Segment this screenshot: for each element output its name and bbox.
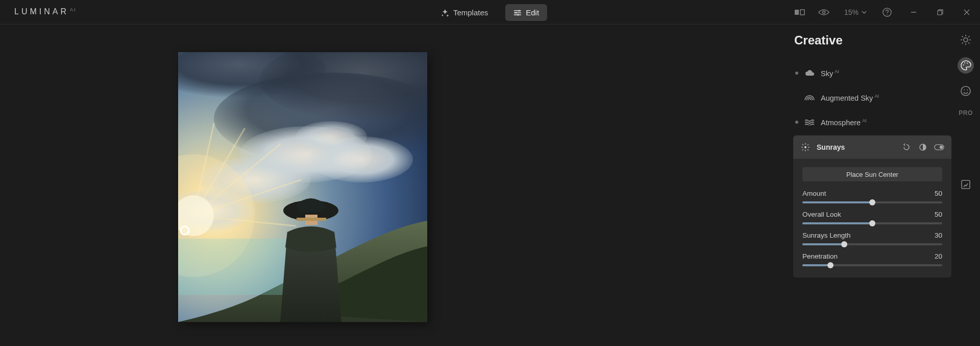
slider-sunrays-length-knob[interactable] (841, 241, 847, 247)
svg-point-8 (822, 11, 825, 14)
creative-panel: Creative SkyAI Augmented SkyAI Atmospher… (793, 25, 951, 278)
svg-line-56 (802, 144, 803, 145)
sliders-icon (513, 9, 522, 17)
eye-icon (818, 9, 829, 16)
compare-view-button[interactable] (789, 0, 811, 25)
svg-point-51 (804, 146, 806, 148)
slider-penetration-track[interactable] (802, 264, 942, 266)
edit-mode-button[interactable]: Edit (505, 4, 547, 21)
compare-icon (794, 9, 805, 16)
help-button[interactable] (874, 0, 900, 25)
sparkles-icon (441, 9, 449, 17)
svg-point-4 (516, 12, 517, 13)
svg-rect-6 (795, 10, 799, 15)
window-maximize-button[interactable] (927, 0, 953, 25)
slider-overall-look-track[interactable] (802, 222, 942, 224)
maximize-icon (937, 9, 943, 15)
svg-point-10 (887, 14, 888, 15)
slider-penetration-label: Penetration (802, 252, 838, 260)
svg-point-23 (296, 121, 367, 152)
sun-center-marker[interactable] (180, 226, 190, 236)
slider-sunrays-length-value: 30 (935, 232, 942, 239)
rail-creative-button[interactable] (958, 57, 974, 74)
rail-portrait-button[interactable] (958, 83, 974, 99)
frame-icon (961, 179, 971, 190)
zoom-dropdown[interactable]: 15% (837, 0, 874, 25)
modified-dot-icon (795, 72, 798, 75)
slider-amount-track[interactable] (802, 201, 942, 203)
slider-amount: Amount 50 (802, 190, 942, 203)
sunrays-icon (800, 142, 811, 152)
slider-sunrays-length: Sunrays Length 30 (802, 232, 942, 245)
help-icon (883, 8, 892, 17)
window-minimize-button[interactable] (900, 0, 927, 25)
svg-point-47 (961, 86, 970, 96)
tool-atmosphere[interactable]: AtmosphereAI (793, 110, 951, 134)
svg-point-35 (964, 38, 968, 42)
slider-overall-look: Overall Look 50 (802, 211, 942, 224)
svg-point-46 (967, 62, 968, 63)
slider-overall-look-label: Overall Look (802, 211, 841, 218)
minimize-icon (911, 9, 917, 15)
slider-overall-look-knob[interactable] (869, 220, 875, 226)
svg-point-5 (518, 14, 519, 15)
smiley-icon (960, 85, 971, 97)
palette-icon (960, 60, 971, 71)
rail-essentials-button[interactable] (958, 32, 974, 48)
svg-line-58 (802, 149, 803, 150)
slider-penetration: Penetration 20 (802, 252, 942, 266)
svg-point-45 (964, 62, 965, 63)
svg-line-41 (968, 42, 969, 43)
svg-point-49 (967, 89, 968, 90)
photo-preview (178, 52, 427, 322)
slider-sunrays-length-label: Sunrays Length (802, 232, 851, 239)
preview-toggle-button[interactable] (811, 0, 837, 25)
svg-rect-7 (800, 10, 804, 15)
chevron-down-icon (862, 11, 867, 14)
slider-amount-value: 50 (935, 190, 942, 197)
app-logo: LUMINARAI (14, 7, 77, 16)
visibility-toggle[interactable] (934, 142, 944, 152)
tool-augmented-sky[interactable]: Augmented SkyAI (793, 85, 951, 110)
panel-title: Creative (794, 33, 951, 48)
place-sun-center-button[interactable]: Place Sun Center (802, 167, 942, 181)
tool-sky[interactable]: SkyAI (793, 61, 951, 85)
svg-line-59 (807, 144, 808, 145)
slider-penetration-knob[interactable] (827, 262, 834, 268)
svg-point-48 (964, 89, 965, 90)
svg-line-57 (807, 149, 808, 150)
svg-rect-34 (297, 218, 326, 221)
svg-point-3 (519, 10, 520, 11)
svg-line-42 (962, 42, 963, 43)
slider-overall-look-value: 50 (935, 211, 942, 218)
reset-button[interactable] (901, 142, 912, 152)
category-rail: PRO (951, 25, 980, 346)
svg-rect-50 (962, 180, 970, 189)
mask-button[interactable] (918, 142, 928, 152)
window-close-button[interactable] (953, 0, 980, 25)
templates-mode-button[interactable]: Templates (433, 4, 496, 21)
slider-penetration-value: 20 (935, 252, 942, 260)
tool-sunrays-card: Sunrays Place Sun Center Amount 50 Overa… (793, 135, 951, 278)
close-icon (964, 9, 970, 15)
canvas[interactable]: PRO Creative SkyAI Augmented SkyAI Atmos… (0, 25, 980, 346)
sunrays-header[interactable]: Sunrays (793, 135, 951, 159)
slider-amount-label: Amount (802, 190, 826, 197)
svg-line-40 (962, 36, 963, 37)
svg-line-43 (968, 36, 969, 37)
modified-dot-icon (795, 121, 798, 124)
svg-point-62 (940, 145, 943, 149)
waves-icon (804, 119, 815, 126)
sun-icon (960, 34, 971, 45)
slider-amount-knob[interactable] (869, 199, 875, 205)
slider-sunrays-length-track[interactable] (802, 243, 942, 245)
rainbow-icon (804, 94, 815, 101)
cloud-icon (804, 70, 815, 77)
svg-rect-12 (938, 11, 942, 15)
svg-rect-31 (178, 239, 285, 295)
svg-point-44 (963, 64, 964, 65)
rail-composition-button[interactable] (958, 176, 974, 193)
rail-pro-button[interactable]: PRO (959, 109, 973, 117)
